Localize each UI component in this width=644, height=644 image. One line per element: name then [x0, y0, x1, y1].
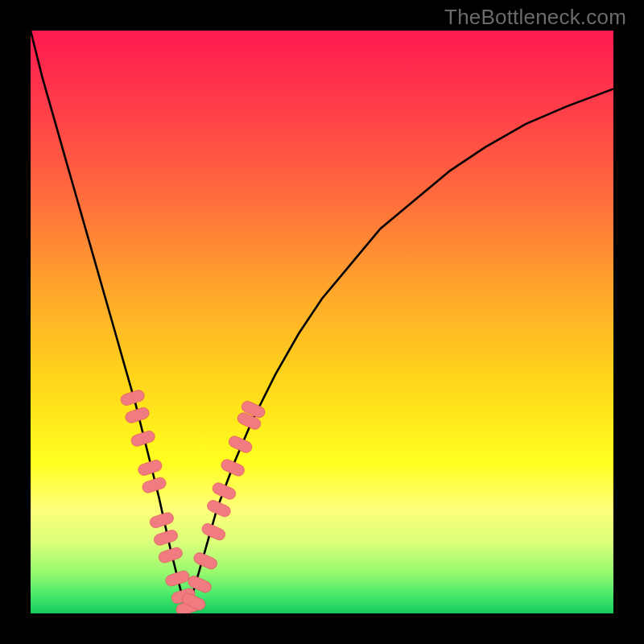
background-gradient	[31, 31, 613, 613]
chart-frame: TheBottleneck.com	[0, 0, 644, 644]
watermark-text: TheBottleneck.com	[444, 5, 626, 30]
chart-svg	[31, 31, 613, 613]
plot-area	[31, 31, 613, 613]
